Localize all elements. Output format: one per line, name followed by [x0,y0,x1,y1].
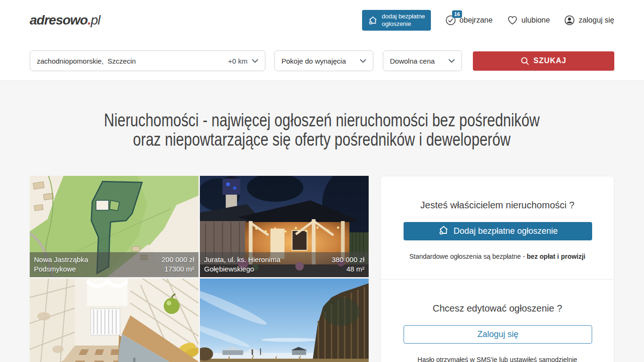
edit-note: Hasło otrzymałeś w SMS'ie lub ustawiłeś … [404,356,591,362]
radius-value: +0 km [228,57,248,65]
nav-viewed[interactable]: 16 obejrzane [445,15,493,26]
kitchen-interior-image [30,279,198,362]
listing-card[interactable]: Jurata, ul. ks. HieronimaGołębiewskiego … [200,176,369,277]
add-listing-label: dodaj bezpłatne ogłoszenie [382,13,425,28]
listing-card[interactable]: Skwierzynka, ul. Wichrowa 490 000 zł [200,279,369,362]
listing-area: 48 m² [332,264,364,274]
page: adresowo.pl dodaj bezpłatne ogłoszenie [0,0,644,362]
sidebar-login-label: Zaloguj się [477,329,518,339]
nav-login[interactable]: zaloguj się [564,15,614,26]
listing-name: Jurata, ul. ks. HieronimaGołębiewskiego [204,255,281,274]
chevron-down-icon [360,59,366,63]
header: adresowo.pl dodaj bezpłatne ogłoszenie [0,0,644,41]
sidebar-panel: Jesteś właścicielem nieruchomości ? Doda… [380,176,614,362]
listing-card[interactable]: Nowa JastrząbkaPodsmykowe 200 000 zł 173… [30,176,198,277]
property-type-value: Pokoje do wynajęcia [281,57,346,65]
owner-note: Standardowe ogłoszenia są bezpłatne - be… [404,253,591,260]
sidebar-add-listing-label: Dodaj bezpłatne ogłoszenie [454,226,558,236]
listing-caption: Jurata, ul. ks. HieronimaGołębiewskiego … [200,252,369,277]
main-content: Nieruchomości - najwięcej ogłoszeń nieru… [0,81,644,362]
search-bar: +0 km Pokoje do wynajęcia Dowolna cena S… [0,41,644,81]
listing-price: 200 000 zł [162,255,194,264]
edit-section: Chcesz edytować ogłoszenie ? Zaloguj się… [381,279,614,362]
listing-price-area: 200 000 zł 17300 m² [162,255,194,274]
check-circle-icon: 16 [445,15,456,26]
edit-heading: Chcesz edytować ogłoszenie ? [404,303,591,314]
radius-dropdown[interactable]: +0 km [228,57,258,65]
page-title: Nieruchomości - najwięcej ogłoszeń nieru… [0,81,644,149]
owner-section: Jesteś właścicielem nieruchomości ? Doda… [381,176,614,279]
chevron-down-icon [448,59,455,63]
nav-viewed-label: obejrzane [460,16,493,25]
sidebar-add-listing-button[interactable]: Dodaj bezpłatne ogłoszenie [404,222,592,240]
user-circle-icon [564,15,575,26]
search-button[interactable]: SZUKAJ [473,51,614,71]
house-plus-icon [368,15,378,25]
field-landscape-image [200,279,369,362]
nav-favorites-label: ulubione [521,16,550,25]
logo-main: adresowo [30,13,88,27]
nav-favorites[interactable]: ulubione [507,15,550,26]
top-nav: dodaj bezpłatne ogłoszenie 16 obejrzane [362,10,614,31]
price-select[interactable]: Dowolna cena [383,50,462,71]
price-value: Dowolna cena [390,57,435,65]
listing-card[interactable]: Chorzów Centrum, ul. 375 000 zł [30,279,198,362]
logo-tld: pl [91,13,100,27]
search-button-label: SZUKAJ [533,57,566,65]
listing-caption: Nowa JastrząbkaPodsmykowe 200 000 zł 173… [30,252,198,277]
owner-heading: Jesteś właścicielem nieruchomości ? [404,200,591,211]
viewed-count-badge: 16 [452,10,462,18]
sidebar-login-button[interactable]: Zaloguj się [404,325,592,344]
listing-area: 17300 m² [162,264,194,274]
house-plus-icon [438,224,449,238]
listing-name: Nowa JastrząbkaPodsmykowe [34,255,88,274]
listings-grid: Nowa JastrząbkaPodsmykowe 200 000 zł 173… [30,176,369,362]
location-field[interactable]: +0 km [30,50,265,71]
listing-price: 380 000 zł [332,255,364,264]
location-input[interactable] [37,57,228,65]
chevron-down-icon [252,59,258,63]
heart-icon [507,15,518,26]
add-listing-button[interactable]: dodaj bezpłatne ogłoszenie [362,10,431,31]
property-type-select[interactable]: Pokoje do wynajęcia [274,50,373,71]
search-icon [520,57,529,66]
nav-login-label: zaloguj się [578,16,614,25]
listing-price-area: 380 000 zł 48 m² [332,255,364,274]
logo[interactable]: adresowo.pl [30,13,100,28]
